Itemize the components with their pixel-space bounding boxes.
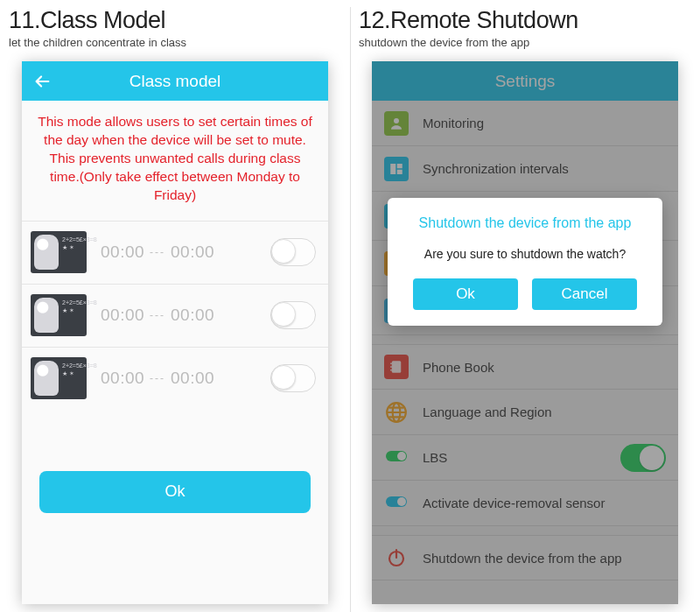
time-slot-2[interactable]: 00:00 --- 00:00	[22, 284, 328, 347]
time-range[interactable]: 00:00 --- 00:00	[101, 306, 270, 325]
panel-class-model: 11.Class Model let the children concentr…	[0, 0, 350, 612]
class-thumb-icon	[31, 357, 87, 399]
shutdown-dialog: Shutdown the device from the app Are you…	[388, 198, 662, 326]
modal-overlay[interactable]	[372, 61, 678, 604]
panel-heading: 12.Remote Shutdown	[359, 7, 691, 34]
time-to[interactable]: 00:00	[171, 243, 214, 262]
time-range[interactable]: 00:00 --- 00:00	[101, 369, 270, 388]
time-slot-1[interactable]: 00:00 --- 00:00	[22, 221, 328, 284]
slot-toggle[interactable]	[270, 238, 316, 266]
topbar: Class model	[22, 61, 328, 101]
phone-settings: Settings Monitoring Synchronization inte…	[372, 61, 678, 604]
dialog-title: Shutdown the device from the app	[402, 215, 648, 231]
class-thumb-icon	[31, 294, 87, 336]
time-from[interactable]: 00:00	[101, 243, 144, 262]
phone-class-model: Class model This mode allows users to se…	[22, 61, 328, 604]
arrow-left-icon	[32, 72, 52, 91]
dialog-ok-button[interactable]: Ok	[413, 278, 518, 310]
dialog-cancel-button[interactable]: Cancel	[532, 278, 637, 310]
dialog-message: Are you sure to shutdown the watch?	[402, 247, 648, 261]
time-to[interactable]: 00:00	[171, 306, 214, 325]
class-thumb-icon	[31, 231, 87, 273]
ok-button[interactable]: Ok	[39, 471, 311, 513]
panel-heading: 11.Class Model	[9, 7, 341, 34]
slot-toggle[interactable]	[270, 364, 316, 392]
time-to[interactable]: 00:00	[171, 369, 214, 388]
slot-toggle[interactable]	[270, 301, 316, 329]
time-separator: ---	[150, 309, 165, 321]
panel-subheading: let the children concentrate in class	[9, 36, 341, 49]
time-separator: ---	[150, 246, 165, 258]
back-button[interactable]	[32, 61, 52, 101]
panel-subheading: shutdown the device from the app	[359, 36, 691, 49]
time-from[interactable]: 00:00	[101, 369, 144, 388]
topbar-title: Class model	[130, 72, 221, 91]
mode-description: This mode allows users to set certain ti…	[22, 101, 328, 221]
time-range[interactable]: 00:00 --- 00:00	[101, 243, 270, 262]
panel-remote-shutdown: 12.Remote Shutdown shutdown the device f…	[350, 0, 700, 612]
time-slot-3[interactable]: 00:00 --- 00:00	[22, 347, 328, 410]
time-from[interactable]: 00:00	[101, 306, 144, 325]
time-separator: ---	[150, 372, 165, 384]
